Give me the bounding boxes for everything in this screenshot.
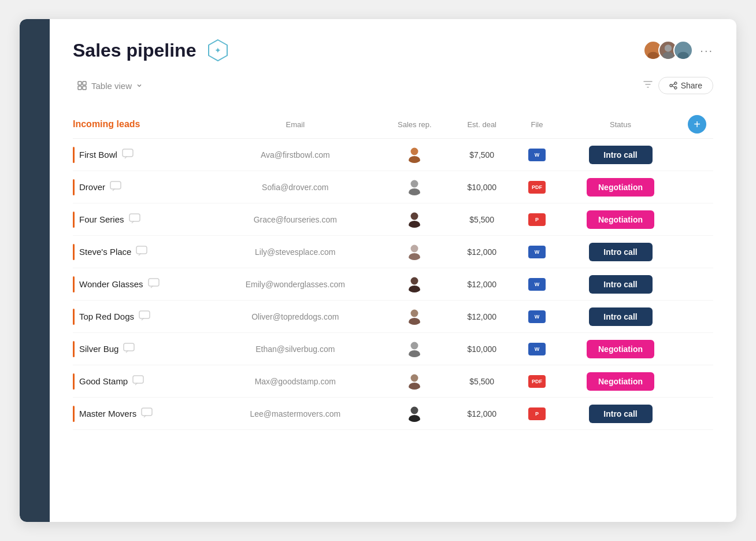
status-button[interactable]: Intro call	[589, 146, 653, 164]
svg-rect-17	[123, 149, 133, 157]
status-button[interactable]: Negotiation	[587, 178, 654, 197]
file-badge[interactable]: P	[528, 213, 546, 226]
svg-text:✦: ✦	[214, 46, 221, 55]
status-button[interactable]: Intro call	[589, 275, 653, 294]
td-status: Negotiation	[560, 171, 681, 203]
table-row: Four Series Grace@fourseries.com $5,500P…	[73, 203, 713, 236]
td-spacer	[681, 365, 713, 398]
file-badge[interactable]: W	[528, 343, 546, 355]
col-email: Email	[211, 110, 379, 139]
status-button[interactable]: Negotiation	[587, 340, 654, 358]
td-est-deal: $5,500	[450, 365, 514, 398]
hex-icon: ✦	[205, 38, 231, 63]
td-file[interactable]: W	[514, 301, 560, 333]
td-sales-rep	[379, 365, 450, 398]
td-status: Negotiation	[560, 333, 681, 365]
outer-wrapper: Sales pipeline ✦	[0, 0, 756, 541]
td-email: Ethan@silverbug.com	[211, 333, 379, 365]
svg-rect-26	[136, 246, 147, 254]
file-badge[interactable]: W	[528, 149, 546, 161]
file-badge[interactable]: W	[528, 278, 546, 291]
td-est-deal: $5,500	[450, 203, 514, 236]
chat-icon[interactable]	[110, 181, 121, 194]
chat-icon[interactable]	[141, 407, 153, 420]
status-button[interactable]: Intro call	[589, 243, 653, 261]
td-file[interactable]: W	[514, 333, 560, 365]
rep-avatar	[405, 403, 424, 422]
row-accent-bar	[73, 147, 75, 163]
file-badge[interactable]: P	[528, 407, 546, 420]
td-file[interactable]: P	[514, 398, 560, 430]
td-name: Good Stamp	[73, 365, 211, 398]
svg-point-22	[409, 188, 420, 195]
chat-icon[interactable]	[123, 343, 135, 355]
email-value: Sofia@drover.com	[262, 183, 328, 192]
table-row: Steve's Place Lily@stevesplace.com $12,0…	[73, 236, 713, 268]
table-view-button[interactable]: Table view	[73, 79, 147, 93]
file-badge[interactable]: PDF	[528, 181, 546, 194]
name-cell: First Bowl	[73, 147, 204, 163]
svg-point-37	[409, 350, 420, 357]
td-status: Negotiation	[560, 203, 681, 236]
status-button[interactable]: Negotiation	[587, 210, 654, 229]
file-badge[interactable]: PDF	[528, 375, 546, 388]
td-file[interactable]: W	[514, 236, 560, 268]
svg-point-18	[411, 148, 418, 155]
email-value: Emily@wonderglasses.com	[246, 280, 345, 289]
deal-value: $10,000	[467, 344, 496, 354]
email-value: Ava@firstbowl.com	[261, 150, 330, 160]
table-row: Good Stamp Max@goodstamp.com $5,500PDFNe…	[73, 365, 713, 398]
app-container: Sales pipeline ✦	[20, 19, 736, 522]
td-file[interactable]: W	[514, 139, 560, 171]
share-label: Share	[681, 81, 702, 90]
chat-icon[interactable]	[122, 149, 134, 161]
rep-avatar	[405, 274, 424, 292]
company-name: Drover	[79, 182, 105, 192]
share-button[interactable]: Share	[658, 77, 713, 94]
more-options-icon[interactable]: ···	[700, 44, 713, 57]
td-spacer	[681, 301, 713, 333]
row-accent-bar	[73, 244, 75, 260]
chat-icon[interactable]	[132, 375, 144, 388]
td-name: First Bowl	[73, 139, 211, 171]
svg-rect-20	[110, 181, 121, 189]
status-button[interactable]: Intro call	[589, 405, 653, 423]
td-file[interactable]: PDF	[514, 171, 560, 203]
chat-icon[interactable]	[148, 278, 160, 291]
svg-point-24	[411, 213, 418, 220]
svg-rect-23	[129, 214, 140, 221]
td-file[interactable]: W	[514, 268, 560, 301]
name-cell: Good Stamp	[73, 373, 204, 390]
status-button[interactable]: Intro call	[589, 307, 653, 326]
chat-icon[interactable]	[136, 246, 147, 258]
file-badge[interactable]: W	[528, 310, 546, 323]
add-column-button[interactable]: +	[688, 115, 706, 134]
main-content: Sales pipeline ✦	[50, 19, 736, 522]
email-value: Oliver@topreddogs.com	[251, 312, 339, 321]
filter-icon[interactable]	[643, 80, 653, 91]
td-file[interactable]: P	[514, 203, 560, 236]
td-email: Ava@firstbowl.com	[211, 139, 379, 171]
svg-point-4	[665, 45, 672, 51]
svg-point-39	[411, 375, 418, 382]
col-add: +	[681, 110, 713, 139]
td-status: Intro call	[560, 139, 681, 171]
td-file[interactable]: PDF	[514, 365, 560, 398]
row-accent-bar	[73, 341, 75, 357]
chat-icon[interactable]	[139, 310, 150, 323]
name-cell: Wonder Glasses	[73, 276, 204, 292]
chat-icon[interactable]	[129, 213, 140, 226]
status-button[interactable]: Negotiation	[587, 372, 654, 391]
toolbar-right: Share	[643, 77, 713, 94]
col-status: Status	[560, 110, 681, 139]
svg-point-19	[409, 156, 420, 163]
td-status: Intro call	[560, 236, 681, 268]
company-name: Silver Bug	[79, 344, 118, 354]
file-badge[interactable]: W	[528, 246, 546, 258]
td-name: Steve's Place	[73, 236, 211, 268]
avatar-group	[643, 40, 693, 60]
svg-point-42	[411, 407, 418, 414]
table-icon	[77, 81, 87, 90]
table-row: Drover Sofia@drover.com $10,000PDFNegoti…	[73, 171, 713, 203]
toolbar: Table view	[73, 77, 713, 94]
